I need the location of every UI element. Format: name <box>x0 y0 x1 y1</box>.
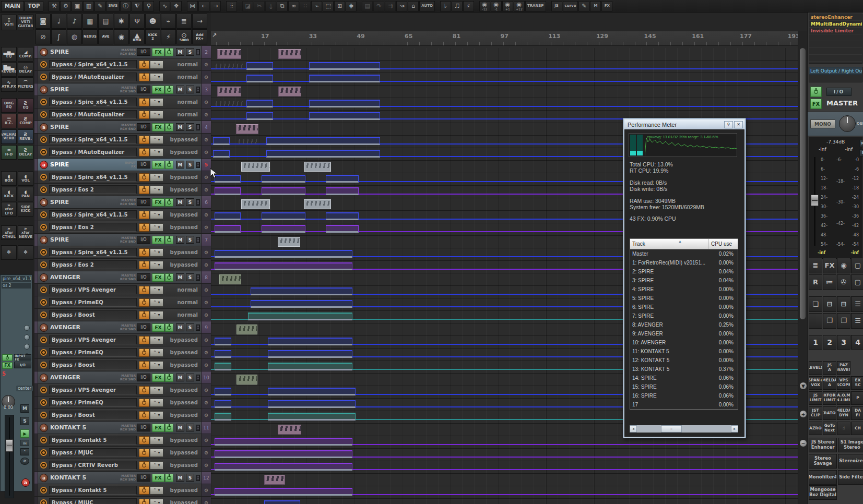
record-arm-indicator[interactable] <box>196 87 200 93</box>
fx-bypass-badge[interactable] <box>40 136 47 143</box>
media-item[interactable] <box>213 101 244 106</box>
midi-minus12-button[interactable]: ◉-12 <box>479 1 490 11</box>
fx-lane-power-button[interactable] <box>139 311 149 319</box>
media-item[interactable] <box>215 463 352 471</box>
sidebar-fx-button-3-1[interactable]: ƧEQ <box>18 98 33 113</box>
pencil-button[interactable]: ✎ <box>578 1 589 11</box>
fx-lane-envelope-button[interactable]: ⌃ ▾ <box>150 311 163 319</box>
media-item[interactable] <box>215 363 231 370</box>
media-item[interactable] <box>268 350 352 358</box>
sidebar-fx-button-11-1[interactable]: ✻ <box>18 245 33 260</box>
waveform-icon[interactable]: ∿ <box>159 1 170 11</box>
media-item[interactable] <box>326 212 359 220</box>
fx-lane-envelope-button[interactable]: ⌃ ▾ <box>150 73 163 81</box>
fx-lane-name[interactable]: Bypass / Kontakt 5 <box>49 486 137 495</box>
record-arm-indicator[interactable] <box>196 475 200 481</box>
perf-track-table[interactable]: Track CPU use ▲ Master0.02%1: ForRetroRe… <box>630 238 738 410</box>
strip-monitor-button[interactable]: ▶ <box>20 429 29 438</box>
sidebar-fx-button-1-0[interactable]: ▇▅▃REVERB <box>1 62 17 77</box>
mute-button[interactable]: M <box>176 198 184 206</box>
wrench-icon[interactable]: ⚙ <box>201 447 211 459</box>
wrench-icon[interactable]: ⚙ <box>201 284 211 296</box>
master-fx-chain[interactable]: stereoEnhancerMMultiBandDynamicsInvisibl… <box>809 14 862 64</box>
redo-icon[interactable]: → <box>210 1 221 11</box>
tcp-fx-lane[interactable]: Bypass / MJUC⌃ ▾bypassed⚙ <box>34 497 211 504</box>
fx-bypass-badge[interactable] <box>40 286 47 293</box>
arrange-lane-3[interactable] <box>211 86 798 98</box>
fx-lane-envelope-button[interactable]: ⌃ ▾ <box>150 136 163 144</box>
add-fx-button[interactable]: Add FX+ <box>192 29 207 44</box>
fx-shortcut-4-3[interactable]: CH <box>851 422 863 435</box>
tcp-fx-lane[interactable]: Bypass / MAutoEqualizer⌃ ▾normal⚙ <box>34 71 211 83</box>
fx-bypass-badge[interactable] <box>40 61 47 68</box>
fx-lane-name[interactable]: Bypass / MAutoEqualizer <box>49 110 137 119</box>
sidebar-fx-button-1-1[interactable]: ◎DELAY <box>18 62 33 77</box>
fx-bypass-badge[interactable] <box>40 261 47 268</box>
media-item[interactable] <box>262 175 305 183</box>
media-item[interactable] <box>248 313 352 320</box>
media-item[interactable] <box>251 287 352 295</box>
master-side-button-M[interactable]: M <box>859 140 863 147</box>
piano-icon[interactable]: ▦ <box>82 14 98 29</box>
fx-lane-power-button[interactable] <box>139 486 149 495</box>
sws-icon[interactable]: SWS <box>106 1 120 11</box>
strip-plugin-2[interactable]: os 2 <box>2 283 31 289</box>
media-item[interactable] <box>268 363 352 370</box>
preset-2-button[interactable]: 2 <box>823 335 836 350</box>
strip-solo-button[interactable]: S <box>20 417 29 425</box>
strip-mute-button[interactable]: M <box>20 404 29 413</box>
media-item[interactable] <box>236 124 258 134</box>
media-item[interactable] <box>266 137 380 145</box>
performance-meter-window[interactable]: Performance Meter ⚲ ✕ cpu/avg: 13.01/32.… <box>623 118 746 438</box>
media-item[interactable] <box>213 150 230 158</box>
fx-lane-envelope-button[interactable]: ⌃ ▾ <box>150 386 163 394</box>
fx-lane-envelope-button[interactable]: ⌃ ▾ <box>150 336 163 344</box>
master-pan-knob[interactable] <box>839 115 856 132</box>
fx-lane-power-button[interactable] <box>139 361 149 369</box>
sidebar-fx-button-10-0[interactable]: »xfer CTHUL <box>1 225 17 240</box>
arrange-lane-4[interactable] <box>211 98 798 111</box>
io-button[interactable]: I/O <box>137 161 150 169</box>
mute-button[interactable]: M <box>176 323 184 331</box>
vertical-scrollbar-thumb[interactable] <box>800 48 806 319</box>
fx-bypass-badge[interactable] <box>40 299 47 306</box>
metronome-icon[interactable]: ▥ <box>83 1 94 11</box>
sitemap-icon[interactable]: ⧉ <box>277 1 288 11</box>
fx-lane-power-button[interactable] <box>139 336 149 344</box>
fx-power-button[interactable] <box>165 236 173 244</box>
wrench-icon[interactable]: ⚙ <box>201 71 211 83</box>
fx-lane-envelope-button[interactable]: ⌃ ▾ <box>150 486 163 495</box>
fx-bypass-badge[interactable] <box>40 311 47 318</box>
save-icon[interactable]: ▣ <box>72 1 82 11</box>
media-item[interactable] <box>241 162 270 172</box>
fx-bypass-badge[interactable] <box>40 224 47 231</box>
notes-icon[interactable]: ✎ <box>94 1 105 11</box>
cut-icon-2[interactable]: ▢ <box>851 274 863 290</box>
wrench-icon[interactable]: ⚙ <box>201 434 211 446</box>
fx-lane-name[interactable]: Bypass / PrimeEQ <box>49 398 137 407</box>
fx-power-button[interactable] <box>165 374 173 382</box>
tcp-fx-lane[interactable]: Bypass / Eos 2⌃ ▾bypassed⚙ <box>34 259 211 271</box>
sidebar-fx-button-9-1[interactable]: SIDE KICK <box>18 202 33 217</box>
media-item[interactable] <box>278 425 301 435</box>
fx-button[interactable]: FX <box>152 236 164 244</box>
wrench-icon[interactable]: ⚙ <box>201 497 211 504</box>
fx-lane-name[interactable]: Bypass / Eos 2 <box>49 223 137 232</box>
s5000-logo[interactable]: ⊙5000 <box>176 29 192 44</box>
io-button[interactable]: I/O <box>137 424 150 431</box>
tcp-track-12[interactable]: aKONTAKT 5MASTER RCV SNDI/OFXMS12 <box>34 472 211 484</box>
fx-power-button[interactable] <box>165 123 173 131</box>
arrange-lane-1[interactable] <box>211 61 798 73</box>
bass-clef-icon[interactable]: ♩ <box>51 14 66 29</box>
fx-power-button[interactable] <box>165 86 173 94</box>
fx-lane-power-button[interactable] <box>139 186 149 194</box>
tcp-track-4[interactable]: aSPIREMASTER RCV SNDI/OFXMS4 <box>34 121 211 134</box>
sidebar-fx-button-3-0[interactable]: DMG EQ <box>1 98 17 113</box>
mute-button[interactable]: M <box>176 236 184 244</box>
tcp-fx-lane[interactable]: Bypass / Boost⌃ ▾bypassed⚙ <box>34 409 211 422</box>
media-item[interactable] <box>215 488 352 496</box>
monitor-button[interactable]: M <box>590 1 601 11</box>
media-item[interactable] <box>326 225 359 233</box>
wrench-icon[interactable]: ⚙ <box>201 209 211 221</box>
master-fader-thumb[interactable] <box>811 195 819 206</box>
